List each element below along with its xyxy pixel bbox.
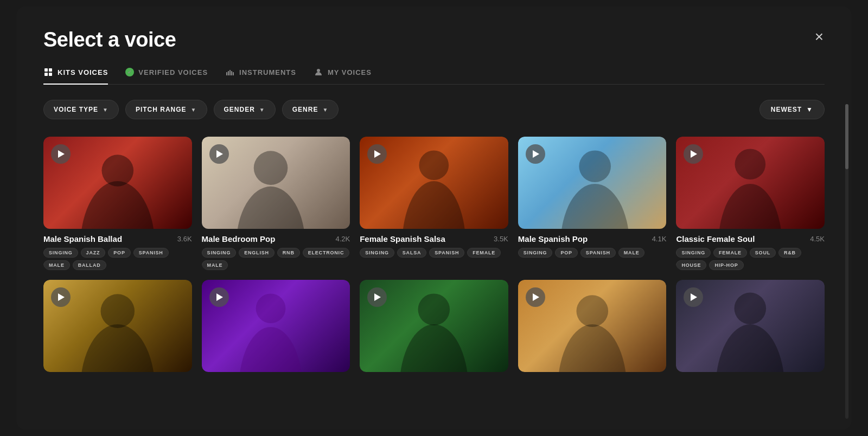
voice-card-male-spanish-pop[interactable]: Male Spanish Pop 4.1K SINGING POP SPANIS… [518, 137, 667, 270]
tag: FEMALE [467, 248, 501, 258]
genre-label: GENRE [292, 106, 318, 113]
tag: SPANISH [429, 248, 464, 258]
voice-tags: SINGING SALSA SPANISH FEMALE [360, 248, 508, 258]
filter-bar: VOICE TYPE ▼ PITCH RANGE ▼ GENDER ▼ GENR… [43, 100, 825, 119]
voice-tags: SINGING JAZZ POP SPANISH MALE BALLAD [43, 248, 192, 270]
voice-card-10[interactable] [676, 280, 825, 372]
voice-card-image [43, 137, 192, 229]
tag: MALE [43, 260, 70, 270]
voice-card-title: Male Bedroom Pop 4.2K [202, 234, 350, 243]
svg-rect-8 [233, 72, 234, 75]
tab-instruments[interactable]: INSTRUMENTS [225, 67, 296, 85]
svg-point-24 [399, 324, 468, 372]
voice-card-9[interactable] [518, 280, 667, 372]
tag: SINGING [676, 248, 711, 258]
voice-card-image [518, 280, 667, 372]
voice-card-male-bedroom-pop[interactable]: Male Bedroom Pop 4.2K SINGING ENGLISH RN… [202, 137, 350, 270]
pitch-range-filter[interactable]: PITCH RANGE ▼ [125, 100, 207, 119]
tab-bar: KITS VOICES ✓ VERIFIED VOICES INSTRUMENT… [43, 67, 825, 85]
genre-filter[interactable]: GENRE ▼ [282, 100, 339, 119]
svg-rect-0 [44, 68, 48, 72]
voice-count: 3.5K [494, 235, 508, 243]
scrollbar-thumb[interactable] [845, 104, 848, 169]
close-button[interactable]: × [808, 26, 830, 48]
svg-point-11 [101, 155, 133, 187]
instruments-icon [225, 67, 235, 77]
tab-verified-voices[interactable]: ✓ VERIFIED VOICES [125, 67, 208, 85]
svg-rect-1 [49, 68, 52, 72]
voice-card-image [676, 280, 825, 372]
verified-voices-icon: ✓ [125, 68, 134, 76]
svg-rect-5 [228, 71, 229, 75]
tag: JAZZ [81, 248, 106, 258]
voice-count: 3.6K [177, 235, 192, 243]
tag: RNB [277, 248, 300, 258]
voice-name: Female Spanish Salsa [360, 234, 445, 243]
voice-card-classic-female-soul[interactable]: Classic Female Soul 4.5K SINGING FEMALE … [676, 137, 825, 270]
voice-card-7[interactable] [202, 280, 350, 372]
voice-card-image [43, 280, 192, 372]
voice-type-chevron-icon: ▼ [103, 107, 108, 113]
sort-label: NEWEST [771, 106, 802, 113]
tag: SINGING [202, 248, 237, 258]
voice-card-title: Classic Female Soul 4.5K [676, 234, 825, 243]
svg-point-26 [558, 324, 627, 372]
play-button[interactable] [51, 287, 71, 307]
svg-point-28 [716, 324, 785, 372]
modal-title: Select a voice [43, 28, 825, 52]
svg-point-23 [256, 293, 285, 323]
kits-voices-icon [43, 67, 53, 77]
tag: SINGING [360, 248, 394, 258]
pitch-range-label: PITCH RANGE [136, 106, 187, 113]
voice-name: Male Spanish Pop [518, 234, 588, 243]
scrollbar[interactable] [845, 104, 848, 419]
svg-point-18 [719, 184, 782, 229]
voice-card-8[interactable] [360, 280, 508, 372]
play-button[interactable] [209, 287, 229, 307]
tag: SPANISH [580, 248, 616, 258]
tag: ENGLISH [239, 248, 275, 258]
modal: Select a voice × KITS VOICES ✓ VERIFIED … [16, 7, 852, 429]
tag: POP [108, 248, 130, 258]
svg-rect-4 [226, 72, 227, 75]
play-button[interactable] [209, 144, 229, 164]
svg-point-29 [735, 292, 767, 324]
svg-point-10 [80, 181, 155, 229]
tab-kits-voices-label: KITS VOICES [58, 68, 108, 76]
voice-card-image [676, 137, 825, 229]
play-button[interactable] [526, 144, 545, 164]
play-button[interactable] [367, 287, 387, 307]
svg-rect-3 [49, 73, 52, 76]
play-button[interactable] [51, 144, 71, 164]
svg-rect-2 [44, 73, 48, 76]
voice-card-female-spanish-salsa[interactable]: Female Spanish Salsa 3.5K SINGING SALSA … [360, 137, 508, 270]
svg-rect-7 [231, 71, 232, 75]
svg-point-13 [253, 151, 288, 185]
voice-count: 4.1K [652, 235, 667, 243]
svg-point-25 [418, 293, 450, 325]
tab-my-voices[interactable]: MY VOICES [314, 67, 372, 85]
voice-card-6[interactable] [43, 280, 192, 372]
svg-point-20 [80, 324, 155, 372]
voice-card-male-spanish-ballad[interactable]: Male Spanish Ballad 3.6K SINGING JAZZ PO… [43, 137, 192, 270]
tag: HIP-HOP [709, 260, 743, 270]
tag: R&B [778, 248, 801, 258]
voice-card-image [518, 137, 667, 229]
sort-button[interactable]: NEWEST ▼ [760, 100, 825, 119]
play-button[interactable] [526, 287, 545, 307]
tab-kits-voices[interactable]: KITS VOICES [43, 67, 108, 85]
gender-filter[interactable]: GENDER ▼ [214, 100, 276, 119]
gender-label: GENDER [224, 106, 255, 113]
tag: MALE [202, 260, 228, 270]
svg-point-27 [576, 295, 608, 327]
voice-card-image [202, 137, 350, 229]
voice-tags: SINGING ENGLISH RNB ELECTRONIC MALE [202, 248, 350, 270]
play-button[interactable] [367, 144, 387, 164]
voice-type-filter[interactable]: VOICE TYPE ▼ [43, 100, 119, 119]
tag: SINGING [518, 248, 553, 258]
voice-card-title: Male Spanish Pop 4.1K [518, 234, 667, 243]
voice-name: Classic Female Soul [676, 234, 755, 243]
tag: SALSA [397, 248, 427, 258]
svg-point-16 [560, 184, 629, 229]
voices-grid: Male Spanish Ballad 3.6K SINGING JAZZ PO… [43, 137, 825, 372]
